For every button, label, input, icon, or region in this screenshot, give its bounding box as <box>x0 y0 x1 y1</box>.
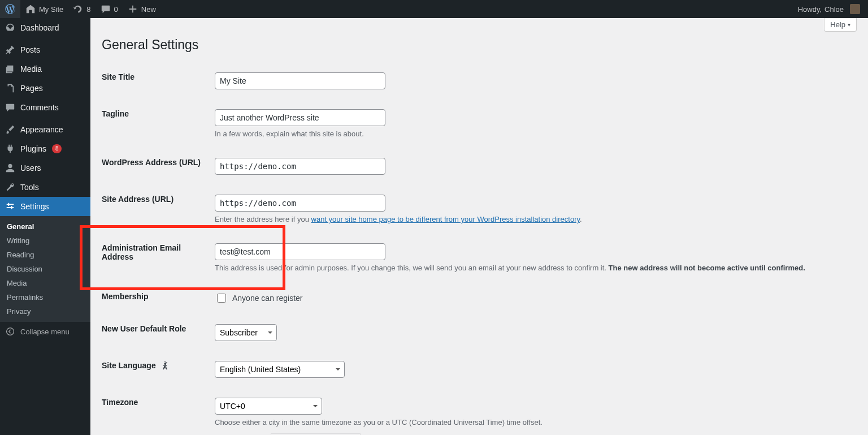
label-default-role: New User Default Role <box>102 316 215 352</box>
admin-sidebar: Dashboard Posts Media Pages Comments App… <box>0 18 90 435</box>
translate-icon <box>160 361 170 372</box>
wordpress-icon <box>5 3 16 15</box>
avatar <box>850 4 860 14</box>
site-name-link[interactable]: My Site <box>20 0 68 18</box>
refresh-icon <box>72 3 84 15</box>
label-site-language: Site Language <box>102 352 215 389</box>
plus-icon <box>127 3 138 15</box>
timezone-desc: Choose either a city in the same timezon… <box>215 418 851 427</box>
howdy-prefix: Howdy, <box>798 5 822 14</box>
submenu-reading[interactable]: Reading <box>0 248 90 262</box>
tagline-input[interactable] <box>215 109 385 126</box>
sliders-icon <box>5 201 16 212</box>
default-role-select[interactable]: Subscriber <box>215 324 277 341</box>
new-label: New <box>141 5 156 14</box>
label-site-url: Site Address (URL) <box>102 186 215 235</box>
site-title-input[interactable] <box>215 72 385 89</box>
menu-appearance[interactable]: Appearance <box>0 120 90 139</box>
site-url-input[interactable] <box>215 195 385 212</box>
plug-icon <box>5 143 16 154</box>
menu-label: Pages <box>20 84 43 93</box>
updates-count: 8 <box>86 5 90 14</box>
submenu-permalinks[interactable]: Permalinks <box>0 290 90 304</box>
label-tagline: Tagline <box>102 101 215 149</box>
comments-link[interactable]: 0 <box>96 0 123 18</box>
settings-submenu: General Writing Reading Discussion Media… <box>0 216 90 322</box>
menu-label: Media <box>20 64 42 74</box>
label-wp-url: WordPress Address (URL) <box>102 149 215 186</box>
menu-media[interactable]: Media <box>0 59 90 79</box>
label-site-title: Site Title <box>102 64 215 101</box>
menu-label: Plugins <box>20 144 46 153</box>
site-language-select[interactable]: English (United States) <box>215 361 345 378</box>
comment-icon <box>100 3 111 15</box>
submenu-discussion[interactable]: Discussion <box>0 262 90 276</box>
menu-label: Appearance <box>20 125 63 134</box>
label-admin-email: Administration Email Address <box>102 235 215 283</box>
dashboard-icon <box>5 22 16 33</box>
comments-icon <box>5 102 16 113</box>
help-tab[interactable]: Help ▾ <box>824 18 857 32</box>
collapse-icon <box>5 326 16 337</box>
menu-dashboard[interactable]: Dashboard <box>0 18 90 37</box>
wp-logo[interactable] <box>0 0 20 18</box>
pin-icon <box>5 44 16 55</box>
chevron-down-icon: ▾ <box>848 21 850 28</box>
admin-email-desc: This address is used for admin purposes.… <box>215 264 851 272</box>
menu-comments[interactable]: Comments <box>0 98 90 117</box>
menu-label: Comments <box>20 103 59 112</box>
menu-users[interactable]: Users <box>0 158 90 178</box>
menu-plugins[interactable]: Plugins 8 <box>0 139 90 158</box>
submenu-writing[interactable]: Writing <box>0 234 90 248</box>
updates-link[interactable]: 8 <box>68 0 95 18</box>
comments-count: 0 <box>114 5 118 14</box>
user-icon <box>5 162 16 174</box>
menu-tools[interactable]: Tools <box>0 178 90 197</box>
collapse-label: Collapse menu <box>20 328 70 336</box>
media-icon <box>5 63 16 75</box>
wrench-icon <box>5 182 16 193</box>
menu-pages[interactable]: Pages <box>0 79 90 98</box>
pages-icon <box>5 83 16 94</box>
menu-label: Users <box>20 163 41 173</box>
admin-email-input[interactable] <box>215 243 385 260</box>
site-name-text: My Site <box>39 5 63 14</box>
submenu-general[interactable]: General <box>0 219 90 234</box>
menu-label: Settings <box>20 202 49 211</box>
page-title: General Settings <box>102 37 857 53</box>
brush-icon <box>5 124 16 135</box>
menu-label: Dashboard <box>20 23 59 32</box>
menu-settings[interactable]: Settings <box>0 197 90 216</box>
tagline-desc: In a few words, explain what this site i… <box>215 130 851 138</box>
menu-label: Posts <box>20 45 40 54</box>
submenu-media[interactable]: Media <box>0 276 90 290</box>
site-url-desc: Enter the address here if you want your … <box>215 215 851 223</box>
collapse-menu[interactable]: Collapse menu <box>0 322 90 341</box>
settings-form: Site Title Tagline In a few words, expla… <box>102 64 857 435</box>
wp-url-input[interactable] <box>215 158 385 175</box>
user-name: Chloe <box>824 5 844 14</box>
account-link[interactable]: Howdy, Chloe <box>793 0 865 18</box>
help-label: Help <box>830 20 845 29</box>
membership-checkbox-label[interactable]: Anyone can register <box>232 294 303 303</box>
menu-label: Tools <box>20 183 39 192</box>
home-icon <box>25 3 36 15</box>
submenu-privacy[interactable]: Privacy <box>0 304 90 318</box>
new-content-link[interactable]: New <box>123 0 160 18</box>
svg-point-0 <box>7 328 14 335</box>
timezone-select[interactable]: UTC+0 <box>215 398 322 415</box>
label-timezone: Timezone <box>102 389 215 435</box>
membership-checkbox[interactable] <box>217 294 226 303</box>
menu-posts[interactable]: Posts <box>0 40 90 59</box>
content-area: Help ▾ General Settings Site Title Tagli… <box>90 18 868 435</box>
site-url-link[interactable]: want your site home page to be different… <box>311 215 580 223</box>
plugins-badge: 8 <box>52 144 62 153</box>
label-membership: Membership <box>102 283 215 316</box>
admin-bar: My Site 8 0 New Howdy, Chloe <box>0 0 868 18</box>
